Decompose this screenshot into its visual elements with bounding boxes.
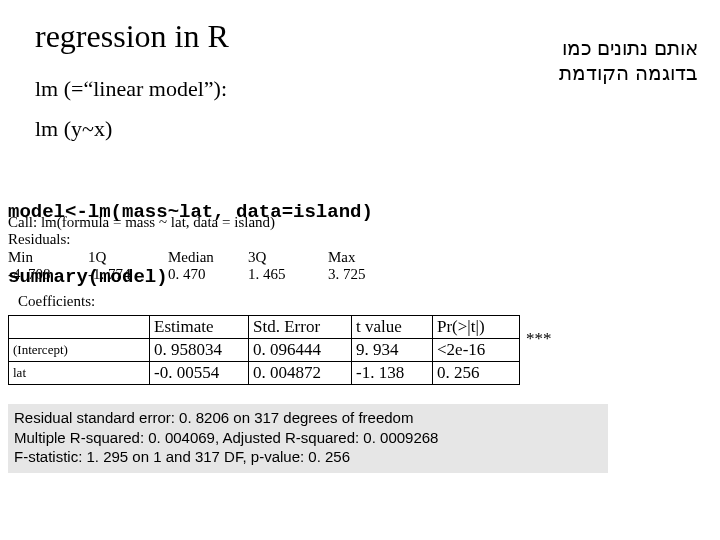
hebrew-note: אותם נתונים כמו בדוגמה הקודמת (559, 36, 698, 86)
residuals-headers: Min 1Q Median 3Q Max (8, 249, 388, 266)
resid-h-max: Max (328, 249, 388, 266)
resid-h-3q: 3Q (248, 249, 328, 266)
col-tvalue: t value (352, 316, 433, 339)
row-intercept: (Intercept) (9, 339, 150, 362)
table-row: (Intercept) 0. 958034 0. 096444 9. 934 <… (9, 339, 558, 362)
hebrew-line-2: בדוגמה הקודמת (559, 61, 698, 86)
footer-line-1: Residual standard error: 0. 8206 on 317 … (14, 408, 600, 428)
cell-t: 9. 934 (352, 339, 433, 362)
cell-p: 0. 256 (433, 362, 520, 385)
cell-est: -0. 00554 (150, 362, 249, 385)
col-stderr: Std. Error (249, 316, 352, 339)
cell-se: 0. 004872 (249, 362, 352, 385)
col-pvalue: Pr(>|t|) (433, 316, 520, 339)
col-estimate: Estimate (150, 316, 249, 339)
footer-line-3: F-statistic: 1. 295 on 1 and 317 DF, p-v… (14, 447, 600, 467)
resid-v-min: -4. 708 (8, 266, 88, 283)
resid-v-max: 3. 725 (328, 266, 388, 283)
call-output: Call: lm(formula = mass ~ lat, data = is… (8, 214, 388, 283)
residuals-label: Residuals: (8, 231, 388, 248)
resid-h-min: Min (8, 249, 88, 266)
summary-footer: Residual standard error: 0. 8206 on 317 … (8, 404, 608, 473)
hebrew-line-1: אותם נתונים כמו (559, 36, 698, 61)
footer-line-2: Multiple R-squared: 0. 004069, Adjusted … (14, 428, 600, 448)
cell-est: 0. 958034 (150, 339, 249, 362)
row-lat: lat (9, 362, 150, 385)
signif-stars: *** (520, 316, 558, 362)
cell-t: -1. 138 (352, 362, 433, 385)
page-title: regression in R (35, 18, 229, 55)
formula-line: lm (y~x) (35, 116, 112, 142)
resid-h-1q: 1Q (88, 249, 168, 266)
resid-v-3q: 1. 465 (248, 266, 328, 283)
resid-v-median: 0. 470 (168, 266, 248, 283)
cell-p: <2e-16 (433, 339, 520, 362)
table-row: Estimate Std. Error t value Pr(>|t|) *** (9, 316, 558, 339)
signif-stars (520, 362, 558, 385)
resid-v-1q: -1. 774 (88, 266, 168, 283)
cell-se: 0. 096444 (249, 339, 352, 362)
call-line: Call: lm(formula = mass ~ lat, data = is… (8, 214, 388, 231)
slide: { "title": "regression in R", "subtitle1… (0, 0, 720, 540)
coefficients-label: Coefficients: (18, 293, 95, 310)
empty-cell (9, 316, 150, 339)
residuals-values: -4. 708 -1. 774 0. 470 1. 465 3. 725 (8, 266, 388, 283)
coefficients-table: Estimate Std. Error t value Pr(>|t|) ***… (8, 315, 558, 385)
table-row: lat -0. 00554 0. 004872 -1. 138 0. 256 (9, 362, 558, 385)
definition-line: lm (=“linear model”): (35, 76, 227, 102)
resid-h-median: Median (168, 249, 248, 266)
